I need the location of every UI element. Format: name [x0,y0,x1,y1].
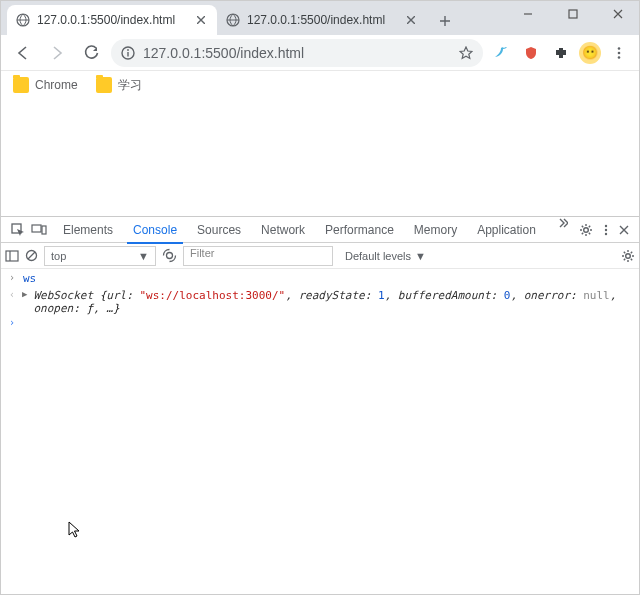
devtools: Elements Console Sources Network Perform… [1,216,639,595]
tab-title: 127.0.0.1:5500/index.html [37,13,187,27]
tab-console[interactable]: Console [123,217,187,243]
console-prompt-row[interactable]: › [1,316,639,333]
window-close-button[interactable] [595,0,640,28]
svg-point-14 [605,232,607,234]
gear-icon[interactable] [579,223,593,237]
page-viewport [1,99,639,216]
devtools-tabs: Elements Console Sources Network Perform… [1,217,639,243]
console-body[interactable]: › ws ‹ ▶ WebSocket {url: "ws://localhost… [1,269,639,595]
levels-dropdown[interactable]: Default levels ▼ [345,250,426,262]
globe-icon [15,12,31,28]
svg-point-7 [618,56,621,59]
tab-more[interactable] [546,217,578,243]
new-tab-button[interactable] [431,7,459,35]
address-bar: 127.0.0.1:5500/index.html 😶 [1,35,639,71]
context-dropdown[interactable]: top ▼ [44,246,156,266]
bookmark-chrome[interactable]: Chrome [13,77,78,93]
svg-point-17 [167,253,173,259]
console-input-text: ws [23,272,36,285]
chevron-down-icon: ▼ [415,250,426,262]
tab-sources[interactable]: Sources [187,217,251,243]
tab-network[interactable]: Network [251,217,315,243]
forward-button[interactable] [43,39,71,67]
omnibox[interactable]: 127.0.0.1:5500/index.html [111,39,483,67]
svg-rect-9 [32,225,41,232]
tab-elements[interactable]: Elements [53,217,123,243]
expand-triangle-icon[interactable]: ▶ [22,289,27,299]
folder-icon [96,77,112,93]
extensions-button[interactable] [549,41,573,65]
sidebar-toggle-icon[interactable] [5,250,19,262]
context-value: top [51,250,66,262]
menu-button[interactable] [607,41,631,65]
chevron-down-icon: ▼ [138,250,149,262]
tab-title: 127.0.0.1:5500/index.html [247,13,397,27]
devtools-close-icon[interactable] [619,225,629,235]
svg-point-12 [605,224,607,226]
browser-tab-0[interactable]: 127.0.0.1:5500/index.html [7,5,217,35]
close-icon[interactable] [193,12,209,28]
filter-input[interactable]: Filter [183,246,333,266]
bookmark-label: Chrome [35,78,78,92]
console-toolbar: top ▼ Filter Default levels ▼ [1,243,639,269]
profile-avatar[interactable]: 😶 [579,42,601,64]
star-icon[interactable] [459,46,473,60]
extension-shield-icon[interactable] [519,41,543,65]
window-minimize-button[interactable] [505,0,550,28]
kebab-icon[interactable] [601,223,611,237]
clear-console-icon[interactable] [25,249,38,262]
extension-bird-icon[interactable] [489,41,513,65]
output-chevron-icon: ‹ [9,289,16,300]
svg-rect-15 [6,251,18,261]
tab-memory[interactable]: Memory [404,217,467,243]
svg-rect-10 [42,226,46,234]
levels-label: Default levels [345,250,411,262]
console-output-row[interactable]: ‹ ▶ WebSocket {url: "ws://localhost:3000… [1,288,639,316]
reload-button[interactable] [77,39,105,67]
live-expression-icon[interactable] [162,248,177,263]
folder-icon [13,77,29,93]
browser-tab-1[interactable]: 127.0.0.1:5500/index.html [217,5,427,35]
bookmarks-bar: Chrome 学习 [1,71,639,99]
tab-application[interactable]: Application [467,217,546,243]
console-input-row: › ws [1,271,639,288]
filter-placeholder: Filter [190,247,214,259]
svg-point-6 [618,51,621,54]
input-chevron-icon: › [9,272,17,283]
bookmark-label: 学习 [118,77,142,94]
svg-point-11 [584,227,589,232]
inspect-icon[interactable] [11,223,25,237]
gear-icon[interactable] [621,249,635,263]
mouse-cursor-icon [68,521,82,539]
console-output-text: WebSocket {url: "ws://localhost:3000/", … [34,289,632,315]
window-maximize-button[interactable] [550,0,595,28]
prompt-chevron-icon: › [9,317,17,328]
svg-point-5 [618,47,621,50]
svg-rect-0 [569,10,577,18]
globe-icon [225,12,241,28]
svg-point-18 [626,253,631,258]
bookmark-study[interactable]: 学习 [96,77,142,94]
url-text: 127.0.0.1:5500/index.html [143,45,304,61]
device-toggle-icon[interactable] [31,223,47,237]
svg-point-4 [127,49,129,51]
back-button[interactable] [9,39,37,67]
svg-point-13 [605,228,607,230]
info-icon[interactable] [121,46,135,60]
close-icon[interactable] [403,12,419,28]
tab-performance[interactable]: Performance [315,217,404,243]
